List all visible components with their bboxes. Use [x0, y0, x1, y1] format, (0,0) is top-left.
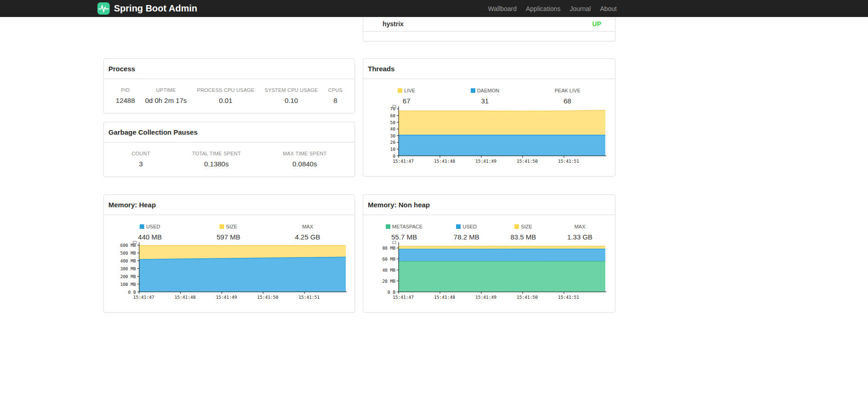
svg-text:15:41:51: 15:41:51 [299, 295, 320, 300]
nav-item-journal[interactable]: Journal [565, 1, 595, 17]
legend-item: SIZE597 MB [216, 224, 240, 241]
stat: SYSTEM CPU USAGE0.10 [265, 87, 318, 104]
svg-text:0 B: 0 B [388, 290, 395, 295]
threads-panel-title: Threads [363, 59, 615, 79]
svg-text:15:41:48: 15:41:48 [434, 159, 455, 164]
stat: CPUS8 [328, 87, 343, 104]
left-column: Process PID12488UPTIME0d 0h 2m 17sPROCES… [103, 58, 355, 177]
nav-item-about[interactable]: About [595, 1, 617, 17]
stat-value: 0.1380s [192, 160, 241, 168]
application-name: hystrix [383, 20, 404, 28]
legend-swatch-icon [220, 224, 224, 229]
heap-chart: 0 B100 MB200 MB300 MB400 MB500 MB600 MB1… [111, 241, 349, 302]
svg-text:0: 0 [393, 154, 395, 159]
nav-list-item: Applications [521, 1, 565, 17]
stat-label: TOTAL TIME SPENT [192, 151, 241, 156]
legend-label: LIVE [398, 88, 415, 93]
gc-panel-title: Garbage Collection Pauses [104, 122, 355, 142]
row-process-threads: Process PID12488UPTIME0d 0h 2m 17sPROCES… [103, 58, 615, 177]
nonheap-panel-title: Memory: Non heap [363, 195, 615, 215]
svg-text:60: 60 [390, 113, 396, 118]
stat: UPTIME0d 0h 2m 17s [145, 87, 187, 104]
svg-text:15:41:47: 15:41:47 [393, 159, 414, 164]
nav-list-item: Wallboard [483, 1, 521, 17]
nonheap-legend: METASPACE55.7 MBUSED78.2 MBSIZE83.5 MBMA… [363, 215, 615, 241]
legend-label: SIZE [510, 224, 536, 229]
stat-label: CPUS [328, 87, 343, 93]
svg-text:15:41:50: 15:41:50 [257, 295, 278, 300]
app-logo-icon [97, 2, 110, 15]
svg-text:15:41:49: 15:41:49 [475, 295, 496, 300]
stat-label: SYSTEM CPU USAGE [265, 87, 318, 93]
svg-text:15:41:47: 15:41:47 [133, 295, 154, 300]
legend-item: USED78.2 MB [454, 224, 479, 241]
nonheap-panel: Memory: Non heap METASPACE55.7 MBUSED78.… [363, 194, 615, 313]
right-column: Threads LIVE67DAEMON31PEAK LIVE68 010203… [363, 58, 615, 177]
legend-label: USED [138, 224, 162, 229]
legend-value: 4.25 GB [295, 233, 320, 241]
svg-text:15:41:50: 15:41:50 [517, 295, 538, 300]
svg-text:40 MB: 40 MB [382, 268, 395, 273]
svg-text:20 MB: 20 MB [382, 279, 395, 284]
svg-text:300 MB: 300 MB [120, 266, 136, 271]
heap-panel: Memory: Heap USED440 MBSIZE597 MBMAX4.25… [103, 194, 355, 313]
legend-value: 68 [554, 97, 580, 105]
svg-text:80 MB: 80 MB [382, 245, 395, 251]
nav-item-applications[interactable]: Applications [521, 1, 565, 17]
stat: MAX TIME SPENT0.0840s [283, 151, 327, 168]
svg-text:15:41:48: 15:41:48 [434, 295, 455, 300]
gc-panel: Garbage Collection Pauses COUNT3TOTAL TI… [103, 122, 355, 177]
stat-value: 8 [328, 97, 343, 104]
stat-value: 3 [132, 160, 150, 168]
threads-chart: 01020304050607015:41:4715:41:4815:41:491… [370, 105, 608, 165]
heap-panel-title: Memory: Heap [104, 195, 355, 215]
svg-text:200 MB: 200 MB [120, 274, 136, 279]
stat-value: 0.01 [197, 97, 254, 104]
legend-swatch-icon [398, 88, 402, 93]
nav-item-wallboard[interactable]: Wallboard [483, 1, 521, 17]
svg-text:500 MB: 500 MB [120, 251, 136, 256]
nav-list-item: Journal [565, 1, 595, 17]
process-panel: Process PID12488UPTIME0d 0h 2m 17sPROCES… [103, 58, 355, 114]
legend-value: 55.7 MB [386, 233, 423, 241]
svg-text:100 MB: 100 MB [120, 282, 136, 287]
svg-text:60 MB: 60 MB [382, 256, 395, 262]
stat-label: MAX TIME SPENT [283, 151, 327, 156]
nav-links: WallboardApplicationsJournalAbout [483, 1, 617, 17]
threads-panel: Threads LIVE67DAEMON31PEAK LIVE68 010203… [363, 58, 615, 177]
legend-item: METASPACE55.7 MB [386, 224, 423, 241]
right-column-memory: Memory: Non heap METASPACE55.7 MBUSED78.… [363, 194, 615, 313]
svg-text:400 MB: 400 MB [120, 258, 136, 263]
gc-stats: COUNT3TOTAL TIME SPENT0.1380sMAX TIME SP… [104, 142, 355, 168]
stat: PID12488 [116, 87, 135, 104]
left-column-memory: Memory: Heap USED440 MBSIZE597 MBMAX4.25… [103, 194, 355, 313]
legend-value: 83.5 MB [510, 233, 536, 241]
legend-label: SIZE [216, 224, 240, 229]
top-row: hystrix UP [103, 17, 615, 58]
stat-label: COUNT [132, 151, 150, 156]
application-status-row[interactable]: hystrix UP [363, 16, 615, 32]
main-content: hystrix UP Process PID12488UPTIME0d 0h 2… [103, 17, 615, 313]
legend-item: SIZE83.5 MB [510, 224, 536, 241]
svg-text:15:41:51: 15:41:51 [558, 295, 579, 300]
legend-value: 78.2 MB [454, 233, 479, 241]
legend-value: 597 MB [216, 233, 240, 241]
stat-value: 12488 [116, 97, 135, 104]
legend-label: USED [454, 224, 479, 229]
legend-swatch-icon [386, 224, 390, 229]
svg-text:15:41:49: 15:41:49 [475, 159, 496, 164]
threads-legend: LIVE67DAEMON31PEAK LIVE68 [363, 79, 615, 105]
svg-text:15:41:47: 15:41:47 [393, 295, 414, 300]
legend-value: 67 [398, 97, 415, 105]
legend-item: DAEMON31 [471, 88, 499, 105]
svg-text:50: 50 [390, 120, 396, 125]
legend-label: MAX [567, 224, 592, 229]
svg-text:30: 30 [390, 133, 396, 138]
navbar: Spring Boot Admin WallboardApplicationsJ… [0, 0, 868, 17]
nav-list-item: About [595, 1, 617, 17]
legend-item: LIVE67 [398, 88, 415, 105]
svg-text:0 B: 0 B [128, 290, 136, 295]
brand-link[interactable]: Spring Boot Admin [97, 2, 197, 15]
svg-text:20: 20 [390, 140, 396, 145]
heap-legend: USED440 MBSIZE597 MBMAX4.25 GB [104, 215, 355, 241]
